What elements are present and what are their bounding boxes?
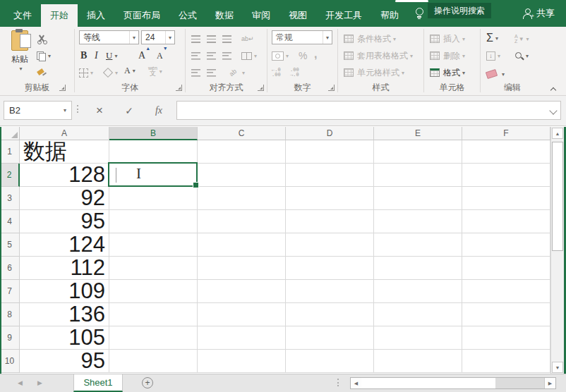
- row-header-7[interactable]: 7: [0, 280, 20, 303]
- tab-insert[interactable]: 插入: [78, 4, 114, 27]
- sort-filter-button[interactable]: AZ ▼ ▾: [514, 31, 529, 47]
- percent-style-button[interactable]: %: [299, 48, 307, 63]
- cell-E9[interactable]: [374, 326, 462, 350]
- enter-button[interactable]: ✓: [119, 101, 140, 120]
- align-center-icon[interactable]: [207, 52, 216, 60]
- paste-dropdown-arrow[interactable]: ▾: [19, 66, 22, 72]
- fill-handle[interactable]: [193, 182, 199, 188]
- align-bottom-icon[interactable]: [222, 35, 231, 43]
- bold-button[interactable]: B: [80, 48, 87, 63]
- scroll-right-button[interactable]: ▶: [544, 378, 555, 388]
- phonetic-button[interactable]: wén文▾: [148, 63, 162, 79]
- cell-A5[interactable]: 124: [20, 233, 109, 257]
- column-header-D[interactable]: D: [286, 127, 374, 140]
- cell-C4[interactable]: [198, 210, 286, 233]
- vertical-scrollbar[interactable]: ▲ ▼: [550, 127, 564, 374]
- scroll-up-button[interactable]: ▲: [552, 128, 563, 139]
- insert-function-button[interactable]: fx: [148, 101, 169, 120]
- increase-decimal-button[interactable]: ←.0.00: [272, 65, 281, 80]
- cell-A3[interactable]: 92: [20, 187, 109, 210]
- tab-strip-splitter[interactable]: [337, 379, 339, 386]
- format-as-table-button[interactable]: 套用表格格式▾: [344, 48, 413, 63]
- cell-E6[interactable]: [374, 257, 462, 280]
- decrease-decimal-button[interactable]: .00→.0: [290, 65, 299, 80]
- expand-formula-bar-icon[interactable]: [549, 106, 557, 114]
- cell-A10[interactable]: 95: [20, 350, 109, 373]
- cell-D1[interactable]: [286, 140, 374, 164]
- fill-button[interactable]: ↓▾: [486, 48, 500, 63]
- cell-D2[interactable]: [286, 164, 374, 187]
- cell-E7[interactable]: [374, 280, 462, 303]
- row-header-2[interactable]: 2: [0, 164, 20, 187]
- decrease-indent-icon[interactable]: [191, 69, 200, 77]
- cell-B7[interactable]: [109, 280, 198, 303]
- cell-B3[interactable]: [109, 187, 198, 210]
- cell-B10[interactable]: [109, 350, 198, 373]
- font-size-combo[interactable]: 24▾: [141, 30, 175, 44]
- name-box[interactable]: B2 ▾: [4, 101, 72, 120]
- row-header-5[interactable]: 5: [0, 233, 20, 257]
- cell-D5[interactable]: [286, 233, 374, 257]
- column-header-E[interactable]: E: [374, 127, 462, 140]
- scroll-left-button[interactable]: ◀: [351, 378, 362, 388]
- horizontal-scroll-thumb[interactable]: [361, 378, 495, 388]
- cell-B6[interactable]: [109, 257, 198, 280]
- tab-review[interactable]: 审阅: [243, 4, 279, 27]
- tab-developer[interactable]: 开发工具: [316, 4, 371, 27]
- cell-A4[interactable]: 95: [20, 210, 109, 233]
- align-top-icon[interactable]: [191, 35, 200, 43]
- cell-A1[interactable]: 数据: [20, 140, 109, 164]
- tab-formulas[interactable]: 公式: [169, 4, 206, 27]
- cell-D4[interactable]: [286, 210, 374, 233]
- underline-button[interactable]: U▾: [106, 48, 117, 63]
- font-color-button[interactable]: A▾: [124, 63, 136, 78]
- cell-C7[interactable]: [198, 280, 286, 303]
- cut-button[interactable]: [37, 31, 47, 47]
- merge-center-button[interactable]: ▾: [241, 48, 257, 63]
- italic-button[interactable]: I: [95, 48, 98, 63]
- cell-F10[interactable]: [462, 350, 550, 373]
- cell-F9[interactable]: [462, 326, 550, 350]
- cell-C5[interactable]: [198, 233, 286, 257]
- increase-indent-icon[interactable]: [207, 69, 216, 77]
- cell-E1[interactable]: [374, 140, 462, 164]
- cell-C8[interactable]: [198, 303, 286, 326]
- format-painter-button[interactable]: [37, 66, 47, 81]
- row-header-4[interactable]: 4: [0, 210, 20, 233]
- cell-A7[interactable]: 109: [20, 280, 109, 303]
- vertical-scroll-thumb[interactable]: [552, 142, 563, 251]
- row-header-1[interactable]: 1: [0, 140, 20, 164]
- cancel-button[interactable]: ×: [89, 101, 110, 120]
- scroll-down-button[interactable]: ▼: [552, 362, 563, 373]
- borders-button[interactable]: ▾: [79, 65, 93, 80]
- cell-E8[interactable]: [374, 303, 462, 326]
- row-header-8[interactable]: 8: [0, 303, 20, 326]
- tab-view[interactable]: 视图: [279, 4, 316, 27]
- cell-E3[interactable]: [374, 187, 462, 210]
- share-button[interactable]: + 共享: [523, 0, 566, 27]
- alignment-dialog-launcher[interactable]: [258, 85, 264, 91]
- font-name-combo[interactable]: 等线▾: [79, 30, 139, 44]
- comma-style-button[interactable]: ,: [314, 47, 317, 62]
- cell-C6[interactable]: [198, 257, 286, 280]
- cell-C10[interactable]: [198, 350, 286, 373]
- number-dialog-launcher[interactable]: [328, 85, 335, 91]
- cell-B9[interactable]: [109, 326, 198, 350]
- formula-input[interactable]: [176, 101, 561, 120]
- accounting-format-button[interactable]: ▾: [272, 48, 289, 63]
- select-all-button[interactable]: [0, 127, 20, 140]
- cell-F6[interactable]: [462, 257, 550, 280]
- selected-cell-B2[interactable]: I: [108, 162, 198, 187]
- cell-B4[interactable]: [109, 210, 198, 233]
- insert-cells-button[interactable]: 插入▾: [430, 31, 465, 47]
- search-input[interactable]: 操作说明搜索: [428, 3, 491, 18]
- cell-D6[interactable]: [286, 257, 374, 280]
- previous-sheet-button[interactable]: ◀: [18, 379, 23, 386]
- clipboard-dialog-launcher[interactable]: [59, 85, 66, 91]
- row-header-9[interactable]: 9: [0, 326, 20, 350]
- number-format-combo[interactable]: 常规▾: [272, 30, 332, 44]
- cell-F1[interactable]: [462, 140, 550, 164]
- tab-help[interactable]: 帮助: [371, 4, 408, 27]
- cell-A2[interactable]: 128: [20, 164, 109, 187]
- tell-me-search[interactable]: 操作说明搜索: [415, 0, 491, 27]
